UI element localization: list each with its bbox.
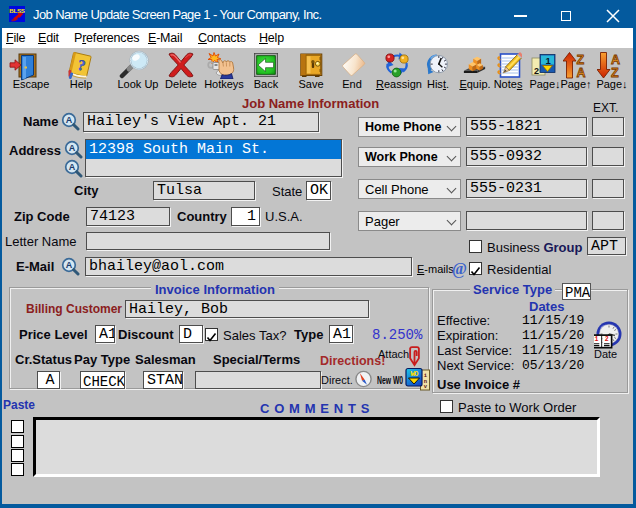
- svg-text:1: 1: [595, 336, 599, 343]
- svg-text:2: 2: [605, 336, 609, 343]
- svg-text:2: 2: [534, 66, 539, 76]
- svg-text:@: @: [452, 260, 467, 278]
- svg-text:A: A: [611, 53, 620, 67]
- svg-text:1: 1: [546, 55, 552, 66]
- svg-text:BLSS: BLSS: [9, 7, 24, 14]
- svg-text:Z: Z: [577, 53, 585, 67]
